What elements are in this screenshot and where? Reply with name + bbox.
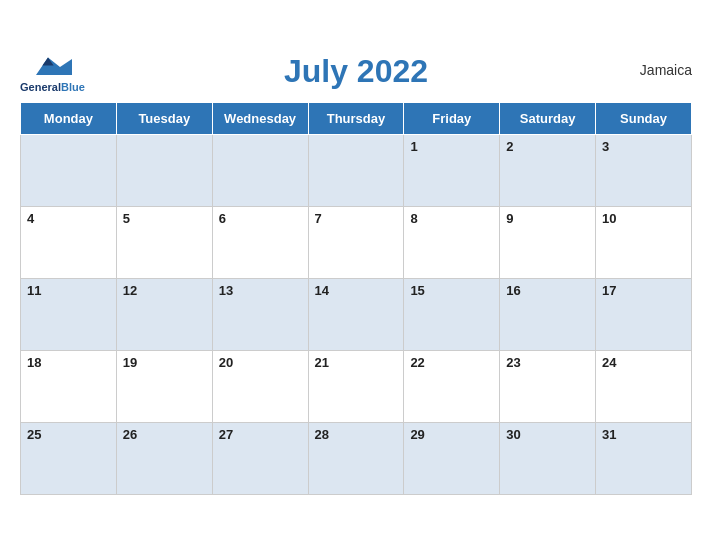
- logo-icon: [32, 51, 72, 79]
- calendar-cell: 11: [21, 279, 117, 351]
- calendar-cell: [212, 135, 308, 207]
- calendar-cell: 16: [500, 279, 596, 351]
- calendar-cell: [116, 135, 212, 207]
- calendar-cell: 18: [21, 351, 117, 423]
- calendar-cell: 3: [596, 135, 692, 207]
- logo-blue-text: Blue: [61, 81, 85, 93]
- calendar-cell: 12: [116, 279, 212, 351]
- day-number: 16: [506, 283, 520, 298]
- day-number: 29: [410, 427, 424, 442]
- day-number: 4: [27, 211, 34, 226]
- day-number: 9: [506, 211, 513, 226]
- day-number: 8: [410, 211, 417, 226]
- calendar-cell: 14: [308, 279, 404, 351]
- calendar-cell: 28: [308, 423, 404, 495]
- calendar-cell: 30: [500, 423, 596, 495]
- day-number: 1: [410, 139, 417, 154]
- calendar-cell: 5: [116, 207, 212, 279]
- day-number: 26: [123, 427, 137, 442]
- calendar-cell: 4: [21, 207, 117, 279]
- logo-area: GeneralBlue: [20, 51, 85, 93]
- calendar-week-row: 11121314151617: [21, 279, 692, 351]
- country-label: Jamaica: [640, 62, 692, 78]
- calendar-cell: 8: [404, 207, 500, 279]
- calendar-cell: 24: [596, 351, 692, 423]
- calendar-cell: 22: [404, 351, 500, 423]
- calendar-cell: 13: [212, 279, 308, 351]
- calendar-cell: 17: [596, 279, 692, 351]
- calendar-cell: 6: [212, 207, 308, 279]
- day-number: 5: [123, 211, 130, 226]
- calendar-cell: 29: [404, 423, 500, 495]
- header-saturday: Saturday: [500, 103, 596, 135]
- logo-general-text: General: [20, 81, 61, 93]
- day-number: 19: [123, 355, 137, 370]
- calendar-cell: 27: [212, 423, 308, 495]
- day-number: 7: [315, 211, 322, 226]
- calendar-cell: 25: [21, 423, 117, 495]
- calendar-cell: 7: [308, 207, 404, 279]
- header-sunday: Sunday: [596, 103, 692, 135]
- calendar-cell: 15: [404, 279, 500, 351]
- calendar-cell: 23: [500, 351, 596, 423]
- calendar-cell: 9: [500, 207, 596, 279]
- day-number: 10: [602, 211, 616, 226]
- calendar-cell: [21, 135, 117, 207]
- day-number: 11: [27, 283, 41, 298]
- calendar-title: July 2022: [284, 53, 428, 90]
- calendar-cell: 31: [596, 423, 692, 495]
- day-number: 21: [315, 355, 329, 370]
- day-number: 23: [506, 355, 520, 370]
- day-number: 13: [219, 283, 233, 298]
- header-wednesday: Wednesday: [212, 103, 308, 135]
- calendar-cell: 26: [116, 423, 212, 495]
- day-number: 30: [506, 427, 520, 442]
- day-number: 17: [602, 283, 616, 298]
- calendar-cell: 19: [116, 351, 212, 423]
- day-number: 27: [219, 427, 233, 442]
- day-number: 20: [219, 355, 233, 370]
- calendar-cell: 2: [500, 135, 596, 207]
- calendar-wrapper: GeneralBlue July 2022 Jamaica Monday Tue…: [0, 35, 712, 515]
- day-number: 2: [506, 139, 513, 154]
- calendar-week-row: 45678910: [21, 207, 692, 279]
- day-number: 12: [123, 283, 137, 298]
- calendar-cell: 1: [404, 135, 500, 207]
- day-number: 24: [602, 355, 616, 370]
- header-thursday: Thursday: [308, 103, 404, 135]
- calendar-cell: [308, 135, 404, 207]
- calendar-cell: 20: [212, 351, 308, 423]
- day-number: 14: [315, 283, 329, 298]
- day-number: 22: [410, 355, 424, 370]
- weekday-header-row: Monday Tuesday Wednesday Thursday Friday…: [21, 103, 692, 135]
- header-tuesday: Tuesday: [116, 103, 212, 135]
- calendar-week-row: 18192021222324: [21, 351, 692, 423]
- day-number: 18: [27, 355, 41, 370]
- calendar-cell: 10: [596, 207, 692, 279]
- calendar-week-row: 123: [21, 135, 692, 207]
- day-number: 31: [602, 427, 616, 442]
- day-number: 6: [219, 211, 226, 226]
- header-monday: Monday: [21, 103, 117, 135]
- calendar-table: Monday Tuesday Wednesday Thursday Friday…: [20, 102, 692, 495]
- day-number: 25: [27, 427, 41, 442]
- day-number: 15: [410, 283, 424, 298]
- calendar-week-row: 25262728293031: [21, 423, 692, 495]
- header-friday: Friday: [404, 103, 500, 135]
- calendar-cell: 21: [308, 351, 404, 423]
- calendar-header: GeneralBlue July 2022 Jamaica: [20, 45, 692, 94]
- day-number: 28: [315, 427, 329, 442]
- day-number: 3: [602, 139, 609, 154]
